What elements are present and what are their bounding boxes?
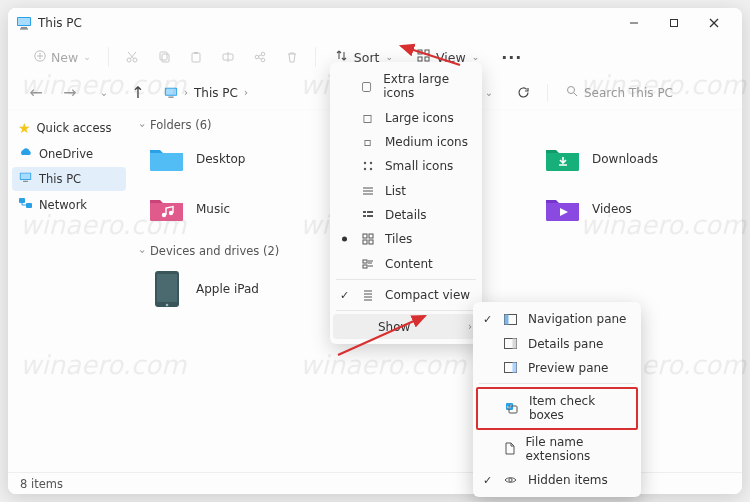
device-icon (148, 268, 186, 310)
copy-button[interactable] (152, 45, 176, 69)
this-pc-icon (16, 15, 32, 31)
menu-item-list[interactable]: List (330, 179, 482, 203)
svg-rect-27 (425, 50, 429, 54)
menu-item-extra-large-icons[interactable]: ▢Extra large icons (330, 67, 482, 105)
menu-item-small-icons[interactable]: Small icons (330, 154, 482, 178)
separator (315, 47, 316, 67)
svg-rect-36 (21, 173, 31, 179)
menu-item-preview-pane[interactable]: Preview pane (473, 356, 641, 380)
svg-point-23 (261, 58, 265, 62)
new-label: New (51, 50, 78, 65)
menu-separator (336, 279, 476, 280)
menu-item-details[interactable]: Details (330, 203, 482, 227)
menu-item-large-icons[interactable]: ◻Large icons (330, 105, 482, 129)
chevron-down-icon[interactable]: ⌄ (90, 80, 118, 106)
sidebar-item-quick-access[interactable]: ★ Quick access (12, 116, 126, 140)
folder-icon (148, 192, 186, 226)
menu-item-navigation-pane[interactable]: ✓Navigation pane (473, 307, 641, 331)
svg-line-34 (574, 93, 577, 96)
sidebar-item-label: OneDrive (39, 147, 93, 161)
folder-tile-desktop[interactable]: Desktop (142, 138, 332, 180)
folder-tile-videos[interactable]: Videos (538, 188, 728, 230)
chevron-down-icon: ⌄ (385, 52, 393, 62)
nav-back-button[interactable]: ← (22, 80, 50, 106)
sidebar-item-onedrive[interactable]: OneDrive (12, 142, 126, 165)
content-icon (360, 258, 375, 270)
delete-button[interactable] (280, 45, 304, 69)
svg-point-48 (369, 168, 371, 170)
menu-item-tiles[interactable]: Tiles (330, 227, 482, 251)
minimize-button[interactable] (614, 9, 654, 37)
rename-button[interactable] (216, 45, 240, 69)
sidebar: ★ Quick access OneDrive This PC Network (8, 110, 130, 472)
menu-item-file-name-extensions[interactable]: File name extensions (473, 430, 641, 468)
svg-point-46 (369, 162, 371, 164)
svg-rect-1 (18, 18, 30, 25)
file-icon (503, 442, 516, 455)
chevron-down-icon: ⌄ (83, 52, 91, 62)
svg-point-77 (509, 478, 512, 481)
pane-icon (503, 314, 518, 325)
folder-label: Music (196, 202, 230, 216)
checkbox-icon (505, 402, 519, 414)
folder-label: Desktop (196, 152, 246, 166)
search-placeholder: Search This PC (584, 86, 673, 100)
folders-header-label: Folders (6) (150, 118, 211, 132)
svg-point-44 (166, 304, 169, 307)
sidebar-item-this-pc[interactable]: This PC (12, 167, 126, 191)
cut-button[interactable] (120, 45, 144, 69)
menu-item-label: Preview pane (528, 361, 608, 375)
cloud-icon (18, 146, 33, 161)
folder-tile-music[interactable]: Music (142, 188, 332, 230)
titlebar: This PC (8, 8, 742, 38)
svg-rect-58 (363, 240, 367, 244)
menu-item-label: Details pane (528, 337, 603, 351)
check-icon: ✓ (483, 313, 492, 326)
close-button[interactable] (694, 9, 734, 37)
svg-rect-32 (168, 96, 173, 97)
check-icon: ✓ (340, 289, 349, 302)
details-icon (360, 209, 375, 221)
svg-rect-55 (367, 215, 373, 217)
svg-rect-59 (369, 240, 373, 244)
folder-tile-downloads[interactable]: Downloads (538, 138, 728, 180)
svg-rect-53 (367, 211, 373, 213)
svg-rect-63 (363, 265, 367, 268)
menu-item-label: File name extensions (526, 435, 631, 463)
drive-tile-ipad[interactable]: Apple iPad (142, 264, 342, 314)
nav-forward-button[interactable]: → (56, 80, 84, 106)
search-input[interactable]: Search This PC (558, 80, 728, 106)
menu-item-item-check-boxes[interactable]: Item check boxes (476, 387, 638, 429)
menu-item-medium-icons[interactable]: ▫Medium icons (330, 130, 482, 154)
chevron-down-icon: › (137, 123, 148, 127)
chevron-down-icon: ⌄ (472, 52, 480, 62)
share-button[interactable] (248, 45, 272, 69)
paste-button[interactable] (184, 45, 208, 69)
menu-item-show[interactable]: Show› (333, 314, 479, 338)
menu-item-label: Item check boxes (529, 394, 626, 422)
svg-rect-28 (418, 57, 422, 61)
refresh-button[interactable] (509, 80, 537, 106)
nav-up-button[interactable]: ↑ (124, 80, 152, 106)
menu-item-content[interactable]: Content (330, 252, 482, 276)
tiles-icon (360, 233, 375, 245)
svg-point-22 (261, 52, 265, 56)
more-button[interactable]: ··· (493, 43, 530, 72)
svg-rect-18 (194, 52, 198, 54)
menu-item-compact-view[interactable]: ✓Compact view (330, 283, 482, 307)
show-submenu: ✓Navigation pane Details pane Preview pa… (473, 302, 641, 497)
svg-rect-38 (19, 198, 25, 203)
menu-item-hidden-items[interactable]: ✓Hidden items (473, 468, 641, 492)
this-pc-icon (164, 86, 178, 100)
menu-item-details-pane[interactable]: Details pane (473, 331, 641, 355)
menu-item-label: Extra large icons (383, 72, 472, 100)
new-button[interactable]: New ⌄ (26, 45, 99, 70)
eye-icon (503, 475, 518, 485)
grid-icon: ▫ (360, 135, 375, 149)
menu-separator (336, 310, 476, 311)
sidebar-item-network[interactable]: Network (12, 193, 126, 217)
pane-icon (503, 338, 518, 349)
view-menu: ▢Extra large icons ◻Large icons ▫Medium … (330, 62, 482, 344)
menu-item-label: Hidden items (528, 473, 608, 487)
maximize-button[interactable] (654, 9, 694, 37)
